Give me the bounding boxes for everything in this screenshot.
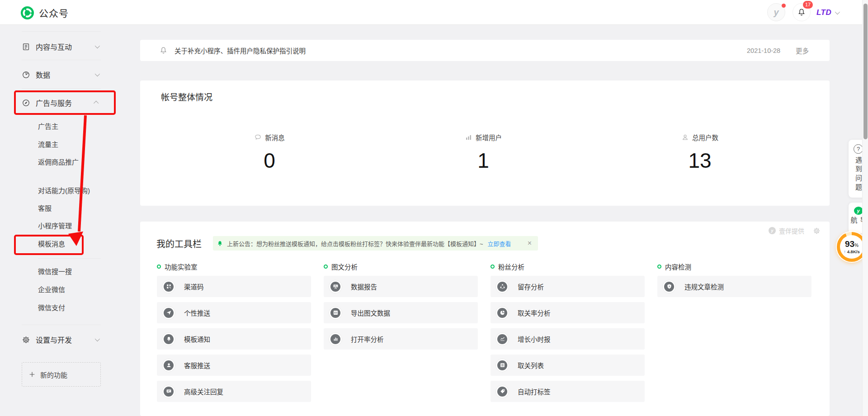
sidebar-item-settings-dev[interactable]: 设置与开发 bbox=[22, 334, 99, 345]
bell-icon bbox=[159, 46, 168, 55]
bell-icon bbox=[797, 8, 806, 17]
red-arrow-head bbox=[68, 232, 83, 246]
stat-label: 新消息 bbox=[265, 132, 285, 142]
new-feature-label: 新的功能 bbox=[40, 370, 67, 379]
new-feature-button[interactable]: 新的功能 bbox=[22, 362, 101, 387]
qr-code-icon bbox=[162, 280, 175, 293]
tag-icon bbox=[495, 385, 509, 398]
notice-text: 关于补充小程序、插件用户隐私保护指引说明 bbox=[175, 46, 306, 55]
up-arrow-icon: ↑ bbox=[844, 249, 846, 254]
paper-plane-icon bbox=[162, 306, 175, 320]
sidebar-item-wechat-search[interactable]: 微信搜一搜 bbox=[38, 266, 72, 277]
announcement-text: 上新公告：想为粉丝推送模板通知，给点击模板粉丝打标签？快来体验壹伴最新功能【模板… bbox=[227, 239, 483, 248]
bar-chart-icon bbox=[329, 332, 342, 346]
tool-auto-tagging[interactable]: 自动打标签 bbox=[491, 381, 645, 402]
bar-chart-icon bbox=[465, 133, 472, 141]
sidebar-item-dialog-ability[interactable]: 对话能力(原导购) bbox=[38, 185, 90, 196]
tool-hourly-growth-report[interactable]: 增长小时报 bbox=[491, 328, 645, 350]
tool-unfollow-list[interactable]: 取关列表 bbox=[491, 355, 645, 376]
progress-percent: 93 bbox=[845, 239, 854, 249]
excel-icon bbox=[329, 306, 342, 320]
sidebar-item-miniprogram-mgmt[interactable]: 小程序管理 bbox=[38, 221, 72, 232]
scrollbar-thumb[interactable] bbox=[863, 4, 868, 139]
stat-new-messages: 新消息 0 bbox=[215, 132, 324, 173]
provider-badge-icon: y bbox=[769, 227, 776, 234]
help-label: 遇到问题 bbox=[854, 156, 863, 193]
tool-personal-push[interactable]: 个性推送 bbox=[157, 302, 311, 323]
tool-violation-article-check[interactable]: 违规文章检测 bbox=[657, 276, 811, 297]
view-now-link[interactable]: 立即查看 bbox=[488, 239, 511, 248]
line-chart-icon bbox=[495, 332, 509, 346]
gear-icon[interactable] bbox=[813, 227, 821, 235]
tool-template-notify[interactable]: 模板通知 bbox=[157, 328, 311, 350]
wechat-mp-dashboard: 公众号 y 17 LTD 内容与互动 数据 bbox=[0, 0, 868, 416]
notification-count-badge: 17 bbox=[803, 1, 813, 9]
green-dot-icon bbox=[324, 265, 328, 269]
pie-chart-icon bbox=[495, 306, 509, 320]
chevron-down-icon bbox=[95, 71, 100, 76]
sidebar-item-rebate-promo[interactable]: 返佣商品推广 bbox=[38, 157, 79, 168]
sidebar-item-wecom[interactable]: 企业微信 bbox=[38, 284, 65, 295]
card-title: 帐号整体情况 bbox=[161, 90, 212, 103]
message-bubble-icon bbox=[254, 133, 262, 141]
sidebar-item-label: 广告与服务 bbox=[36, 97, 72, 108]
presentation-icon bbox=[329, 280, 342, 293]
notice-date: 2021-10-28 bbox=[747, 47, 780, 54]
stat-value: 13 bbox=[646, 148, 754, 173]
avatar-notification-dot bbox=[782, 4, 786, 8]
sidebar-item-template-message[interactable]: 模板消息 bbox=[38, 239, 65, 250]
tool-advanced-follow-reply[interactable]: 高级关注回复 bbox=[157, 381, 311, 402]
stat-label: 总用户数 bbox=[692, 132, 718, 142]
compass-icon bbox=[22, 99, 30, 107]
tool-data-report[interactable]: 数据报告 bbox=[324, 276, 478, 297]
divider bbox=[22, 60, 101, 60]
bell-icon bbox=[217, 240, 223, 247]
sidebar-item-wechat-pay[interactable]: 微信支付 bbox=[38, 303, 65, 313]
sidebar-item-label: 设置与开发 bbox=[36, 334, 72, 345]
tool-retention-analysis[interactable]: 留存分析 bbox=[491, 276, 645, 297]
tool-unfollow-rate-analysis[interactable]: 取关率分析 bbox=[491, 302, 645, 323]
chevron-up-icon bbox=[94, 101, 99, 106]
divider bbox=[22, 31, 101, 32]
question-mark-icon: ? bbox=[854, 144, 863, 154]
wechat-mp-logo-icon bbox=[21, 6, 34, 19]
top-header: 公众号 y 17 LTD bbox=[0, 0, 868, 25]
list-icon bbox=[495, 359, 509, 372]
new-feature-announcement: 上新公告：想为粉丝推送模板通知，给点击模板粉丝打标签？快来体验壹伴最新功能【模板… bbox=[213, 236, 538, 251]
account-name: LTD bbox=[816, 8, 831, 17]
app-logo[interactable]: 公众号 bbox=[21, 6, 69, 19]
tool-open-rate-analysis[interactable]: 打开率分析 bbox=[324, 328, 478, 350]
column-header: 功能实验室 bbox=[165, 262, 198, 271]
tool-export-article-data[interactable]: 导出图文数据 bbox=[324, 302, 478, 323]
divider bbox=[22, 325, 101, 325]
sidebar-item-data[interactable]: 数据 bbox=[22, 69, 99, 80]
sidebar-item-ads-services[interactable]: 广告与服务 bbox=[22, 97, 99, 109]
tool-channel-qr[interactable]: 渠道码 bbox=[157, 276, 311, 297]
user-icon bbox=[681, 133, 689, 141]
scrollbar-track[interactable] bbox=[862, 0, 868, 416]
green-dot-icon bbox=[657, 265, 661, 269]
stat-total-users: 总用户数 13 bbox=[646, 132, 754, 173]
account-menu[interactable]: LTD bbox=[816, 0, 839, 25]
announcement-bar[interactable]: 关于补充小程序、插件用户隐私保护指引说明 2021-10-28 更多 bbox=[140, 40, 830, 61]
red-arrow-shaft bbox=[79, 115, 85, 232]
sidebar-item-traffic-owner[interactable]: 流量主 bbox=[38, 139, 58, 150]
plus-icon bbox=[28, 371, 36, 378]
sidebar-item-customer-service[interactable]: 客服 bbox=[38, 203, 52, 214]
tool-cs-push[interactable]: 客服推送 bbox=[157, 355, 311, 376]
sidebar-item-label: 内容与互动 bbox=[36, 41, 72, 52]
app-title: 公众号 bbox=[39, 6, 69, 19]
column-header: 图文分析 bbox=[331, 262, 358, 271]
divider bbox=[38, 258, 101, 259]
close-icon[interactable]: × bbox=[528, 240, 532, 247]
pie-chart-icon bbox=[22, 71, 30, 79]
green-dot-icon bbox=[491, 265, 495, 269]
chevron-down-icon bbox=[95, 43, 100, 48]
sidebar-item-advertiser[interactable]: 广告主 bbox=[38, 121, 58, 132]
gear-icon bbox=[22, 336, 30, 344]
stat-value: 1 bbox=[429, 148, 538, 173]
sidebar-item-content-interaction[interactable]: 内容与互动 bbox=[22, 41, 99, 52]
stat-label: 新增用户 bbox=[476, 132, 502, 142]
notice-more-link[interactable]: 更多 bbox=[796, 46, 809, 55]
tool-column-article-analysis: 图文分析 数据报告 导出图文数据 打开率分析 bbox=[324, 262, 478, 355]
